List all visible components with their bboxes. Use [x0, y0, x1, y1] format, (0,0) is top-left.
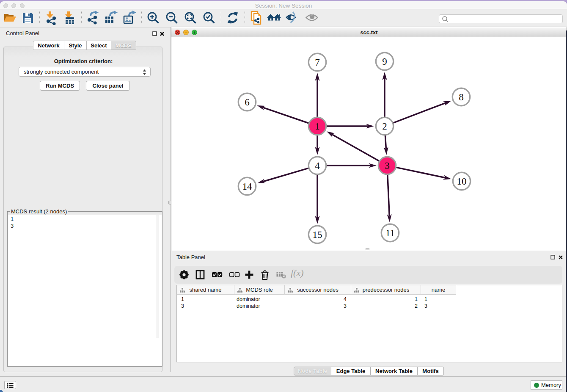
svg-text:7: 7: [315, 57, 320, 68]
svg-text:4: 4: [315, 160, 320, 171]
svg-text:1: 1: [315, 121, 320, 132]
svg-text:8: 8: [459, 92, 464, 102]
svg-text:2: 2: [382, 121, 387, 132]
svg-text:10: 10: [457, 176, 467, 187]
svg-text:6: 6: [245, 97, 250, 108]
svg-text:9: 9: [382, 56, 387, 67]
svg-text:3: 3: [385, 160, 390, 171]
svg-text:11: 11: [385, 228, 395, 238]
svg-text:14: 14: [242, 181, 253, 192]
svg-text:15: 15: [313, 229, 322, 240]
